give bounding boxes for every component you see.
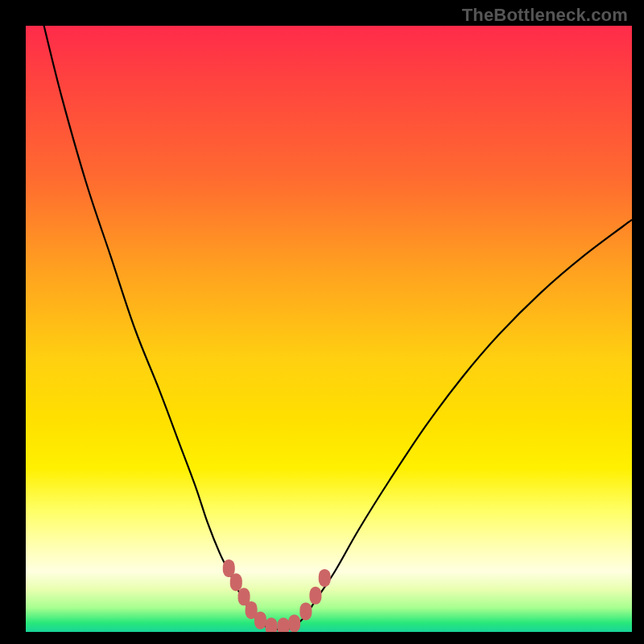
highlight-bead: [223, 559, 235, 577]
highlight-bead: [238, 588, 250, 605]
highlight-bead: [278, 617, 290, 632]
highlight-bead: [246, 601, 258, 619]
highlight-bead: [265, 617, 277, 632]
highlight-bead: [299, 602, 312, 620]
curves-svg: [26, 26, 632, 632]
curve-bottom: [268, 628, 292, 630]
highlight-bead: [288, 614, 300, 632]
highlight-bead: [319, 569, 331, 587]
chart-stage: TheBottleneck.com: [0, 0, 644, 644]
highlight-bead: [230, 573, 242, 591]
curve-left: [44, 26, 269, 628]
plot-area: [26, 26, 632, 632]
watermark-text: TheBottleneck.com: [462, 5, 628, 26]
highlight-beads: [223, 559, 331, 632]
curve-right: [292, 220, 632, 629]
highlight-bead: [309, 587, 321, 605]
highlight-bead: [254, 612, 266, 630]
